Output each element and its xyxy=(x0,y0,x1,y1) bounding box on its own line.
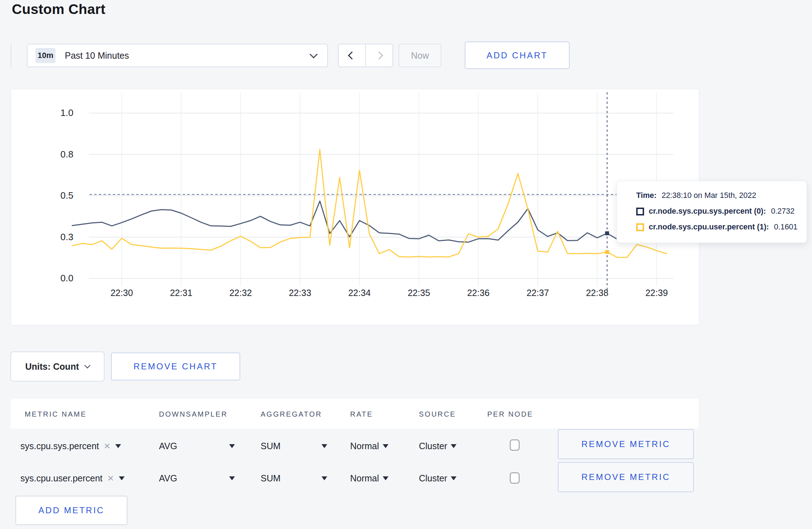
x-axis-tick-label: 22:36 xyxy=(457,288,500,298)
source-value: Cluster xyxy=(419,473,447,484)
tooltip-time-value: 22:38:10 on Mar 15th, 2022 xyxy=(662,191,756,200)
chevron-left-icon xyxy=(348,52,356,60)
x-axis-tick-label: 22:37 xyxy=(516,288,559,298)
dropdown-caret-icon xyxy=(383,476,388,480)
column-header-per-node: PER NODE xyxy=(487,410,533,418)
dropdown-caret-icon xyxy=(115,444,121,448)
downsampler-value: AVG xyxy=(159,441,177,451)
user-series-legend-square-icon xyxy=(636,223,644,231)
metric-name-select[interactable]: sys.cpu.user.percent × xyxy=(20,464,125,493)
remove-metric-button[interactable]: REMOVE METRIC xyxy=(558,462,694,492)
metric-name-value: sys.cpu.sys.percent xyxy=(20,441,99,451)
y-axis-tick-label: 0.3 xyxy=(34,232,73,243)
tooltip-time-row: Time: 22:38:10 on Mar 15th, 2022 xyxy=(636,190,807,201)
x-axis-tick-label: 22:30 xyxy=(100,288,143,298)
y-axis-tick-label: 1.0 xyxy=(34,107,73,118)
dropdown-caret-icon xyxy=(451,444,456,448)
downsampler-select[interactable]: AVG xyxy=(159,464,235,493)
x-axis-tick-label: 22:34 xyxy=(338,288,381,298)
dropdown-caret-icon xyxy=(322,476,327,480)
y-axis-tick-label: 0.0 xyxy=(34,273,73,284)
time-range-badge: 10m xyxy=(35,48,55,63)
metric-name-select[interactable]: sys.cpu.sys.percent × xyxy=(20,431,121,461)
dropdown-caret-icon xyxy=(383,444,388,448)
x-axis-tick-label: 22:33 xyxy=(279,288,322,298)
tooltip-time-label: Time: xyxy=(636,191,657,200)
per-node-checkbox[interactable] xyxy=(510,440,519,451)
series-point-dot xyxy=(605,231,609,235)
downsampler-select[interactable]: AVG xyxy=(159,431,235,461)
column-header-aggregator: AGGREGATOR xyxy=(261,410,322,418)
source-value: Cluster xyxy=(419,441,447,451)
shift-back-button[interactable] xyxy=(339,44,365,67)
y-axis-tick-label: 0.5 xyxy=(34,190,73,201)
dropdown-caret-icon xyxy=(119,476,125,480)
dropdown-caret-icon xyxy=(451,476,456,480)
aggregator-select[interactable]: SUM xyxy=(261,431,327,461)
sys-series-legend-square-icon xyxy=(636,208,644,215)
aggregator-select[interactable]: SUM xyxy=(261,464,327,493)
chevron-down-icon xyxy=(310,50,318,59)
x-axis-tick-label: 22:38 xyxy=(576,288,619,298)
custom-chart-page: Custom Chart 10m Past 10 Minutes Now ADD… xyxy=(0,0,812,529)
series-point-dot xyxy=(605,250,609,254)
now-button[interactable]: Now xyxy=(398,44,441,67)
chevron-down-icon xyxy=(84,363,91,369)
chevron-right-icon xyxy=(375,52,383,60)
time-range-label: Past 10 Minutes xyxy=(65,50,129,61)
column-header-downsampler: DOWNSAMPLER xyxy=(159,410,228,418)
rate-value: Normal xyxy=(350,473,379,484)
tooltip-series-row: cr.node.sys.cpu.user.percent (1): 0.1601 xyxy=(647,222,807,233)
units-label: Units: Count xyxy=(25,361,79,372)
tooltip-series-label: cr.node.sys.cpu.sys.percent (0): xyxy=(649,207,766,216)
rate-select[interactable]: Normal xyxy=(350,431,388,461)
dropdown-caret-icon xyxy=(322,444,327,448)
tooltip-series-value: 0.2732 xyxy=(771,207,794,216)
aggregator-value: SUM xyxy=(261,473,281,484)
dropdown-caret-icon xyxy=(229,476,235,480)
column-header-rate: RATE xyxy=(350,410,373,418)
units-dropdown[interactable]: Units: Count xyxy=(10,351,105,382)
clear-metric-icon[interactable]: × xyxy=(107,473,114,484)
toolbar-divider xyxy=(11,44,11,67)
chart-tooltip: Time: 22:38:10 on Mar 15th, 2022 cr.node… xyxy=(617,181,807,243)
rate-select[interactable]: Normal xyxy=(350,464,388,493)
column-header-metric-name: METRIC NAME xyxy=(25,410,87,418)
rate-value: Normal xyxy=(350,441,379,451)
remove-metric-button[interactable]: REMOVE METRIC xyxy=(558,429,694,459)
tooltip-series-value: 0.1601 xyxy=(774,223,798,232)
x-axis-tick-label: 22:39 xyxy=(635,288,678,298)
remove-chart-button[interactable]: REMOVE CHART xyxy=(111,353,240,380)
metric-name-value: sys.cpu.user.percent xyxy=(20,473,102,484)
page-title: Custom Chart xyxy=(12,1,105,17)
time-shift-button-group xyxy=(338,44,393,67)
x-axis-tick-label: 22:31 xyxy=(160,288,203,298)
add-metric-button[interactable]: ADD METRIC xyxy=(15,496,127,525)
add-chart-button[interactable]: ADD CHART xyxy=(465,42,570,69)
column-header-source: SOURCE xyxy=(419,410,456,418)
source-select[interactable]: Cluster xyxy=(419,464,456,493)
aggregator-value: SUM xyxy=(261,441,281,451)
chart-series-line xyxy=(72,201,667,242)
time-range-dropdown[interactable]: 10m Past 10 Minutes xyxy=(27,44,328,67)
tooltip-series-label: cr.node.sys.cpu.user.percent (1): xyxy=(649,223,769,232)
clear-metric-icon[interactable]: × xyxy=(104,441,111,451)
dropdown-caret-icon xyxy=(229,444,235,448)
x-axis-tick-label: 22:32 xyxy=(219,288,262,298)
per-node-checkbox[interactable] xyxy=(510,472,519,484)
shift-forward-button[interactable] xyxy=(365,44,392,67)
chart-series-line xyxy=(72,150,667,258)
downsampler-value: AVG xyxy=(159,473,177,484)
y-axis-tick-label: 0.8 xyxy=(34,149,73,160)
x-axis-tick-label: 22:35 xyxy=(397,288,440,298)
tooltip-series-row: cr.node.sys.cpu.sys.percent (0): 0.2732 xyxy=(647,206,807,217)
source-select[interactable]: Cluster xyxy=(419,431,456,461)
